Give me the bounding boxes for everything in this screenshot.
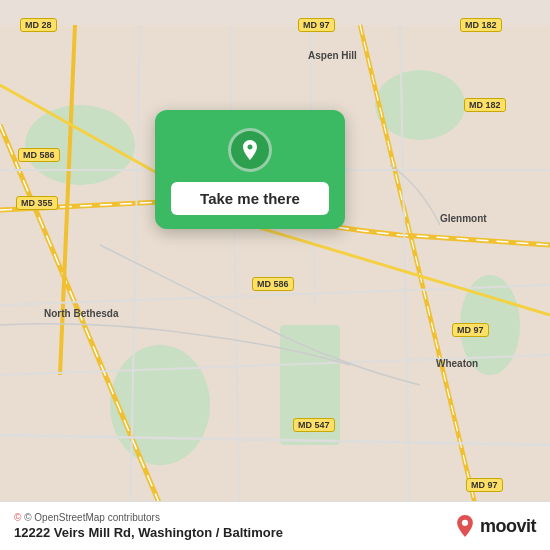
road-badge-md355: MD 355 bbox=[16, 196, 58, 210]
bottom-bar: © © OpenStreetMap contributors 12222 Vei… bbox=[0, 501, 550, 550]
road-badge-md586-left: MD 586 bbox=[18, 148, 60, 162]
svg-point-2 bbox=[375, 70, 465, 140]
street-address: 12222 Veirs Mill Rd bbox=[14, 525, 131, 540]
moovit-logo: moovit bbox=[454, 515, 536, 537]
road-badge-md97-bot: MD 97 bbox=[466, 478, 503, 492]
road-badge-md586-center: MD 586 bbox=[252, 277, 294, 291]
bottom-left-info: © © OpenStreetMap contributors 12222 Vei… bbox=[14, 512, 283, 540]
take-me-there-button[interactable]: Take me there bbox=[171, 182, 329, 215]
location-pin-icon bbox=[228, 128, 272, 172]
moovit-brand-text: moovit bbox=[480, 516, 536, 537]
svg-point-21 bbox=[462, 520, 468, 526]
road-badge-md97-mid: MD 97 bbox=[452, 323, 489, 337]
road-badge-md182-top: MD 182 bbox=[460, 18, 502, 32]
map-container: MD 28 MD 97 MD 182 MD 586 MD 5 MD 355 MD… bbox=[0, 0, 550, 550]
road-badge-md97-top: MD 97 bbox=[298, 18, 335, 32]
attribution-text: © OpenStreetMap contributors bbox=[24, 512, 160, 523]
moovit-pin-icon bbox=[454, 515, 476, 537]
road-badge-md547: MD 547 bbox=[293, 418, 335, 432]
svg-point-1 bbox=[25, 105, 135, 185]
svg-point-4 bbox=[110, 345, 210, 465]
road-badge-md182-right: MD 182 bbox=[464, 98, 506, 112]
road-badge-md28: MD 28 bbox=[20, 18, 57, 32]
location-card: Take me there bbox=[155, 110, 345, 229]
city-text: Washington / Baltimore bbox=[138, 525, 283, 540]
address-display: 12222 Veirs Mill Rd, Washington / Baltim… bbox=[14, 525, 283, 540]
osm-attribution: © © OpenStreetMap contributors bbox=[14, 512, 283, 523]
pin-svg bbox=[238, 138, 262, 162]
map-svg bbox=[0, 0, 550, 550]
copyright-symbol: © bbox=[14, 512, 21, 523]
